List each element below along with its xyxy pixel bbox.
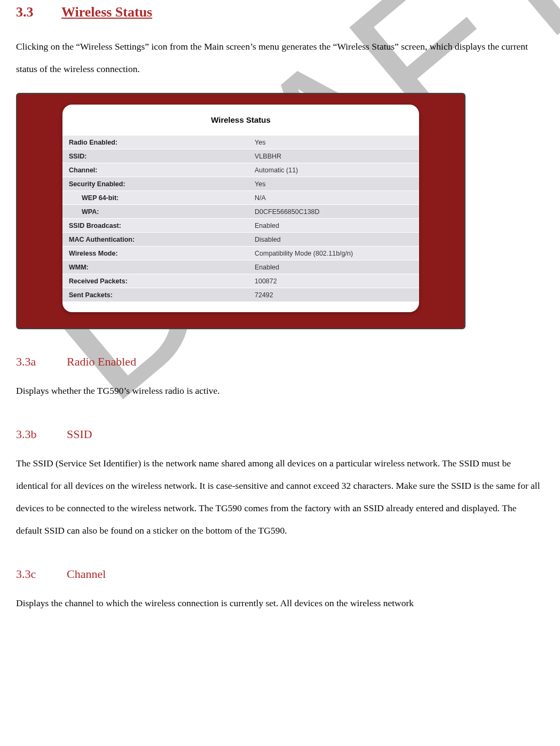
table-row: Sent Packets:72492 (62, 288, 419, 301)
status-table: Radio Enabled:Yes SSID:VLBBHR Channel:Au… (62, 135, 419, 301)
row-value: Automatic (11) (248, 163, 419, 177)
intro-paragraph: Clicking on the “Wireless Settings” icon… (16, 35, 544, 80)
table-row: WMM:Enabled (62, 260, 419, 274)
table-row: WPA:D0CFE566850C138D (62, 204, 419, 218)
subsection-body-b: The SSID (Service Set Identifier) is the… (16, 452, 544, 542)
wireless-status-panel: Wireless Status Radio Enabled:Yes SSID:V… (16, 93, 466, 329)
table-row: Wireless Mode:Compatibility Mode (802.11… (62, 246, 419, 260)
row-value: Enabled (248, 219, 419, 232)
table-row: Radio Enabled:Yes (62, 135, 419, 149)
row-value: D0CFE566850C138D (248, 205, 419, 218)
row-label: WEP 64-bit: (62, 191, 248, 204)
subsection-number: 3.3b (16, 427, 67, 441)
row-value: N/A (248, 191, 419, 204)
table-row: SSID:VLBBHR (62, 149, 419, 163)
subsection-number: 3.3c (16, 567, 67, 581)
row-value: 100872 (248, 274, 419, 288)
row-value: Yes (248, 177, 419, 191)
row-label: Radio Enabled: (62, 136, 248, 149)
table-row: Received Packets:100872 (62, 274, 419, 288)
table-row: Channel:Automatic (11) (62, 163, 419, 177)
subsection-heading-a: 3.3aRadio Enabled (16, 355, 544, 369)
row-label: WMM: (62, 260, 248, 274)
row-label: Security Enabled: (62, 177, 248, 191)
subsection-heading-b: 3.3bSSID (16, 427, 544, 441)
row-label: Wireless Mode: (62, 247, 248, 260)
subsection-title: Channel (67, 567, 106, 581)
table-row: MAC Authentication:Disabled (62, 232, 419, 246)
panel-title: Wireless Status (62, 115, 419, 124)
row-label: SSID Broadcast: (62, 219, 248, 232)
subsection-body-c: Displays the channel to which the wirele… (16, 592, 544, 614)
subsection-number: 3.3a (16, 355, 67, 369)
row-value: 72492 (248, 288, 419, 301)
section-number: 3.3 (16, 4, 61, 20)
subsection-title: Radio Enabled (67, 355, 136, 368)
row-label: Received Packets: (62, 274, 248, 288)
table-row: SSID Broadcast:Enabled (62, 218, 419, 232)
subsection-heading-c: 3.3cChannel (16, 567, 544, 581)
row-value: Compatibility Mode (802.11b/g/n) (248, 247, 419, 260)
row-value: VLBBHR (248, 149, 419, 163)
table-row: Security Enabled:Yes (62, 177, 419, 191)
subsection-title: SSID (67, 427, 92, 441)
row-label: SSID: (62, 149, 248, 163)
row-label: WPA: (62, 205, 248, 218)
row-value: Enabled (248, 260, 419, 274)
subsection-body-a: Displays whether the TG590’s wireless ra… (16, 379, 544, 402)
page-content: 3.3Wireless Status Clicking on the “Wire… (16, 4, 544, 614)
panel-inner: Wireless Status Radio Enabled:Yes SSID:V… (62, 105, 419, 312)
row-label: MAC Authentication: (62, 233, 248, 246)
section-heading: 3.3Wireless Status (16, 4, 544, 20)
row-value: Disabled (248, 233, 419, 246)
section-title: Wireless Status (61, 4, 152, 20)
table-row: WEP 64-bit:N/A (62, 191, 419, 204)
row-label: Sent Packets: (62, 288, 248, 301)
row-value: Yes (248, 136, 419, 149)
row-label: Channel: (62, 163, 248, 177)
